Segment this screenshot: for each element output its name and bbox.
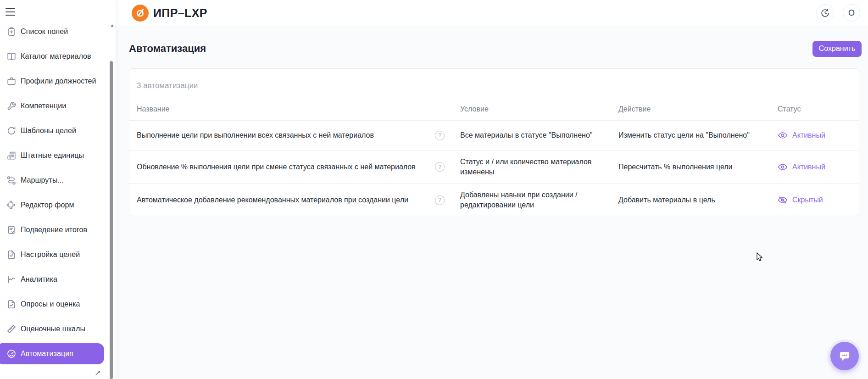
chat-button[interactable] bbox=[830, 342, 859, 370]
sidebar-item-9[interactable]: Настройка целей bbox=[0, 242, 116, 267]
automations-count: 3 автоматизации bbox=[137, 81, 198, 90]
expand-arrow-icon[interactable]: ↗ bbox=[95, 369, 101, 377]
column-header-name: Название bbox=[129, 105, 460, 113]
app-logo: ИПР–LXP bbox=[132, 5, 207, 22]
sidebar-scrollbar[interactable] bbox=[110, 61, 113, 379]
sidebar: Список полей Каталог материалов Профили … bbox=[0, 0, 116, 379]
sidebar-item-3[interactable]: Компетенции bbox=[0, 94, 116, 118]
wrench-icon bbox=[6, 101, 17, 111]
sidebar-item-0[interactable]: Список полей bbox=[0, 19, 116, 44]
status-badge: Скрытый bbox=[792, 195, 823, 205]
user-avatar[interactable]: O bbox=[843, 4, 860, 22]
chat-bubble-icon bbox=[838, 349, 851, 363]
table-row[interactable]: Обновление % выполнения цели при смене с… bbox=[129, 150, 859, 184]
eye-off-icon bbox=[778, 195, 788, 205]
briefcase-icon bbox=[6, 76, 17, 86]
help-icon[interactable]: ? bbox=[435, 162, 445, 172]
sidebar-item-13[interactable]: Автоматизация bbox=[0, 343, 104, 364]
app-title: ИПР–LXP bbox=[153, 6, 207, 20]
sidebar-item-10[interactable]: Аналитика bbox=[0, 267, 116, 292]
gauge-icon bbox=[6, 349, 17, 359]
sidebar-item-4[interactable]: Шаблоны целей bbox=[0, 118, 116, 143]
sidebar-item-1[interactable]: Каталог материалов bbox=[0, 44, 116, 69]
logo-icon bbox=[132, 5, 149, 22]
file-check-icon bbox=[6, 250, 17, 260]
puzzle-icon bbox=[6, 200, 17, 210]
help-icon[interactable]: ? bbox=[435, 131, 445, 140]
sidebar-item-12[interactable]: Оценочные шкалы bbox=[0, 317, 116, 341]
page-title: Автоматизация bbox=[129, 43, 206, 55]
eye-icon bbox=[778, 162, 788, 172]
history-button[interactable] bbox=[816, 4, 834, 22]
book-open-icon bbox=[6, 51, 17, 61]
column-header-condition: Условие bbox=[460, 105, 618, 113]
topbar-actions: O bbox=[816, 4, 860, 22]
status-badge: Активный bbox=[792, 130, 825, 140]
status-toggle[interactable]: Активный bbox=[778, 162, 859, 172]
status-toggle[interactable]: Активный bbox=[778, 130, 859, 140]
clock-history-icon bbox=[820, 8, 830, 18]
status-toggle[interactable]: Скрытый bbox=[778, 195, 859, 205]
mouse-cursor bbox=[757, 252, 763, 264]
ruler-icon bbox=[6, 324, 17, 334]
automations-card: 3 автоматизации Название Условие Действи… bbox=[129, 68, 859, 216]
sidebar-item-6[interactable]: Маршруты... bbox=[0, 168, 116, 193]
chart-line-icon bbox=[6, 274, 17, 284]
status-badge: Активный bbox=[792, 162, 825, 172]
file-check-icon bbox=[6, 299, 17, 309]
help-icon[interactable]: ? bbox=[435, 195, 445, 205]
table-body: Выполнение цели при выполнении всех связ… bbox=[129, 121, 859, 216]
refresh-icon bbox=[6, 126, 17, 136]
clipboard-check-icon bbox=[6, 225, 17, 235]
hamburger-menu-icon[interactable] bbox=[6, 6, 17, 18]
main-content: Автоматизация Сохранить 3 автоматизации … bbox=[116, 26, 868, 379]
save-button[interactable]: Сохранить bbox=[812, 41, 862, 57]
sidebar-nav: Список полей Каталог материалов Профили … bbox=[0, 19, 116, 366]
route-icon bbox=[6, 175, 17, 185]
table-row[interactable]: Автоматическое добавление рекомендованны… bbox=[129, 184, 859, 216]
sidebar-item-8[interactable]: Подведение итогов bbox=[0, 217, 116, 242]
org-structure-icon bbox=[6, 150, 17, 161]
sidebar-item-2[interactable]: Профили должностей bbox=[0, 69, 116, 94]
topbar: ИПР–LXP O bbox=[116, 0, 868, 26]
column-header-action: Действие bbox=[618, 105, 778, 113]
scroll-up-icon[interactable]: ▲ bbox=[110, 23, 115, 28]
table-row[interactable]: Выполнение цели при выполнении всех связ… bbox=[129, 121, 859, 150]
sidebar-item-11[interactable]: Опросы и оценка bbox=[0, 292, 116, 317]
eye-icon bbox=[778, 130, 788, 140]
column-header-status: Статус bbox=[778, 105, 859, 113]
clipboard-plus-icon bbox=[6, 27, 17, 37]
sidebar-item-7[interactable]: Редактор форм bbox=[0, 193, 116, 217]
sidebar-item-5[interactable]: Штатные единицы bbox=[0, 143, 116, 168]
table-header-row: Название Условие Действие Статус bbox=[129, 98, 859, 121]
